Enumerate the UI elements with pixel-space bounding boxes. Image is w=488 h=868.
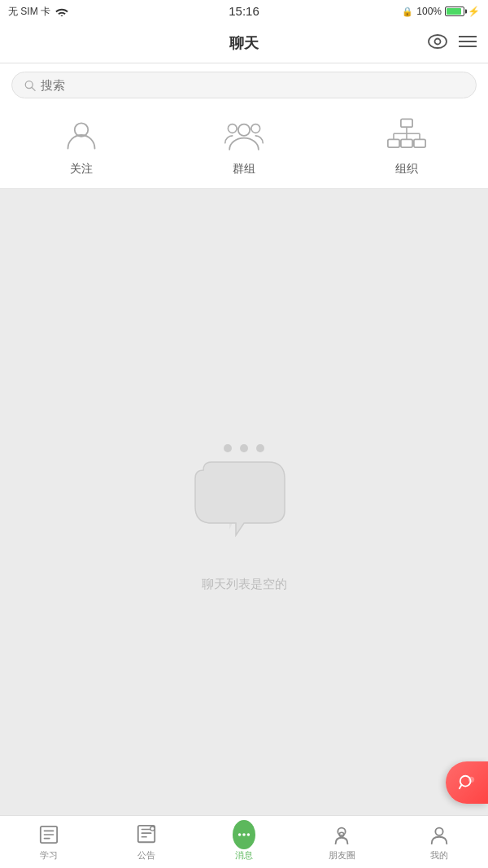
svg-rect-20 — [414, 139, 425, 147]
svg-point-25 — [468, 777, 474, 783]
wifi-icon — [55, 7, 68, 16]
svg-point-1 — [429, 35, 447, 48]
tab-friends[interactable]: 朋友圈 — [293, 823, 390, 861]
message-icon — [233, 823, 255, 846]
notice-icon — [135, 823, 158, 846]
eye-icon[interactable] — [428, 34, 447, 52]
mine-icon — [428, 823, 451, 846]
lightning-icon: ⚡ — [468, 6, 480, 17]
svg-point-22 — [240, 444, 248, 452]
svg-point-35 — [435, 827, 442, 835]
search-icon — [24, 79, 36, 92]
menu-icon[interactable] — [459, 35, 477, 51]
follow-icon — [61, 115, 102, 155]
svg-point-11 — [228, 124, 237, 133]
search-bar — [0, 63, 488, 107]
friends-label: 朋友圈 — [329, 849, 355, 861]
category-follow[interactable]: 关注 — [41, 115, 122, 177]
svg-line-7 — [32, 87, 35, 90]
org-icon — [386, 115, 427, 155]
search-input-wrap[interactable] — [11, 72, 477, 98]
status-left: 无 SIM 卡 — [8, 5, 68, 19]
main-content: 聊天列表是空的 — [0, 189, 488, 820]
notice-label: 公告 — [137, 849, 155, 861]
empty-illustration — [163, 417, 325, 564]
org-label: 组织 — [395, 162, 418, 177]
svg-point-30 — [238, 833, 242, 836]
tab-study[interactable]: 学习 — [0, 823, 98, 861]
svg-rect-12 — [401, 119, 412, 127]
friends-icon — [330, 823, 353, 846]
svg-point-0 — [61, 15, 63, 16]
lock-icon: 🔒 — [402, 7, 413, 17]
fab-button[interactable] — [446, 761, 488, 804]
category-org[interactable]: 组织 — [366, 115, 447, 177]
categories: 关注 群组 — [0, 107, 488, 189]
svg-point-31 — [242, 833, 246, 836]
study-label: 学习 — [40, 849, 58, 861]
svg-point-10 — [251, 124, 260, 133]
search-input[interactable] — [41, 78, 464, 92]
mine-label: 我的 — [430, 849, 448, 861]
status-bar: 无 SIM 卡 15:16 🔒 100% ⚡ — [0, 0, 488, 23]
svg-rect-18 — [388, 139, 399, 147]
nav-title: 聊天 — [229, 33, 259, 53]
battery-icon — [445, 7, 464, 16]
svg-rect-19 — [401, 139, 412, 147]
group-label: 群组 — [233, 162, 255, 177]
tab-notice[interactable]: 公告 — [98, 823, 195, 861]
sim-text: 无 SIM 卡 — [8, 5, 50, 19]
follow-label: 关注 — [70, 162, 93, 177]
message-label: 消息 — [235, 849, 253, 861]
status-right: 🔒 100% ⚡ — [402, 6, 480, 17]
nav-actions — [428, 34, 477, 52]
battery-percent: 100% — [416, 6, 442, 17]
group-icon — [224, 115, 264, 155]
study-icon — [37, 823, 60, 846]
category-group[interactable]: 群组 — [203, 115, 285, 177]
tab-mine[interactable]: 我的 — [390, 823, 488, 861]
status-time: 15:16 — [229, 4, 259, 18]
svg-point-29 — [151, 827, 155, 830]
svg-point-32 — [247, 833, 251, 836]
tab-message[interactable]: 消息 — [195, 823, 293, 861]
svg-point-2 — [435, 38, 441, 44]
svg-point-9 — [238, 124, 250, 136]
svg-point-21 — [224, 444, 232, 452]
svg-point-23 — [256, 444, 264, 452]
nav-bar: 聊天 — [0, 23, 488, 63]
empty-text: 聊天列表是空的 — [202, 577, 287, 592]
tab-bar: 学习 公告 消息 — [0, 815, 488, 868]
